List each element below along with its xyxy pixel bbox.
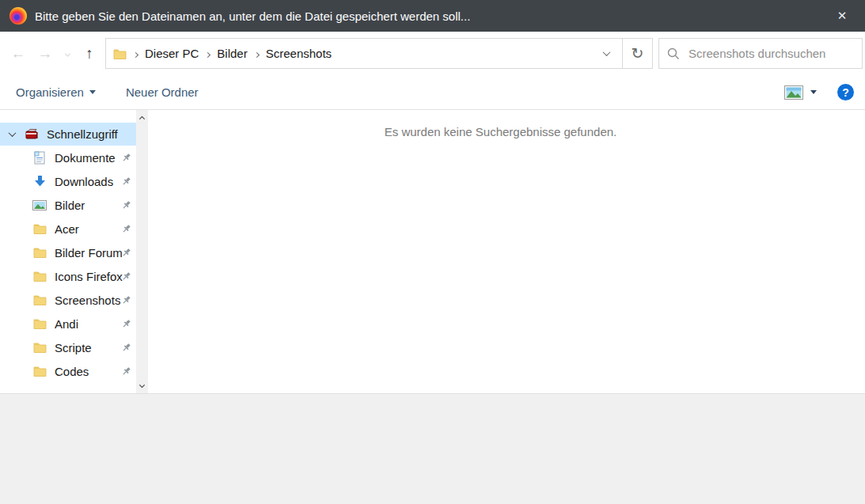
command-bar: Organisieren Neuer Ordner ?: [0, 75, 865, 110]
folder-icon: [32, 342, 47, 353]
folder-icon: [32, 366, 47, 377]
sidebar-item-andi[interactable]: Andi: [0, 312, 136, 335]
folder-icon: [32, 318, 47, 329]
breadcrumb-separator-icon: [248, 49, 266, 59]
scroll-down-icon[interactable]: [136, 381, 148, 393]
sidebar-item-icons-firefox[interactable]: Icons Firefox: [0, 264, 136, 288]
pin-icon: [121, 152, 131, 165]
breadcrumb-item[interactable]: Screenshots: [266, 47, 332, 60]
search-icon: [667, 47, 680, 60]
sidebar-item-screenshots[interactable]: Screenshots: [0, 288, 136, 312]
pictures-icon: [32, 200, 47, 210]
quick-access-label: Schnellzugriff: [47, 127, 136, 141]
address-folder-icon: [113, 48, 127, 59]
search-placeholder: Screenshots durchsuchen: [689, 47, 825, 60]
pin-icon: [121, 223, 131, 237]
back-icon[interactable]: ←: [6, 45, 30, 63]
breadcrumb-separator-icon: [199, 49, 217, 59]
change-view-button[interactable]: [784, 85, 817, 100]
pin-icon: [121, 271, 131, 284]
sidebar-item-downloads[interactable]: Downloads: [0, 169, 136, 193]
address-dropdown-icon[interactable]: [590, 39, 622, 68]
recent-locations-icon[interactable]: [60, 49, 74, 59]
organize-label: Organisieren: [16, 85, 84, 99]
sidebar-item-bilder[interactable]: Bilder: [0, 193, 136, 217]
breadcrumb: Dieser PCBilderScreenshots: [106, 39, 590, 68]
sidebar-item-acer[interactable]: Acer: [0, 217, 136, 241]
sidebar-item-scripte[interactable]: Scripte: [0, 335, 136, 359]
sidebar-item-quick-access[interactable]: Schnellzugriff: [0, 123, 136, 146]
folder-icon: [32, 247, 47, 258]
help-icon[interactable]: ?: [837, 84, 854, 100]
firefox-icon: [9, 7, 27, 25]
forward-icon[interactable]: →: [33, 45, 57, 63]
search-input[interactable]: Screenshots durchsuchen: [658, 38, 863, 69]
new-folder-label: Neuer Ordner: [126, 85, 199, 99]
organize-dropdown-icon: [89, 90, 96, 94]
folder-icon: [32, 271, 47, 282]
sidebar-scrollbar[interactable]: [136, 110, 148, 393]
sidebar-item-bilder-forum[interactable]: Bilder Forum: [0, 241, 136, 264]
up-icon[interactable]: ↑: [78, 45, 101, 63]
pin-icon: [121, 342, 131, 355]
refresh-icon[interactable]: ↻: [622, 39, 652, 68]
expand-chevron-icon[interactable]: [0, 131, 24, 137]
close-icon[interactable]: ✕: [829, 0, 856, 32]
sidebar-item-dokumente[interactable]: Dokumente: [0, 146, 136, 169]
quick-access-icon: [24, 128, 40, 141]
breadcrumb-item[interactable]: Dieser PC: [145, 47, 199, 60]
download-icon: [32, 175, 47, 188]
bottom-panel: Dateiname: BMeTbs2y.htm Dateityp: Alle D…: [0, 393, 865, 504]
breadcrumb-separator-icon: [127, 49, 145, 59]
navigation-bar: ← → ↑ Dieser PCBilderScreenshots ↻ Scree…: [0, 32, 865, 75]
breadcrumb-item[interactable]: Bilder: [217, 47, 247, 60]
folder-icon: [32, 294, 47, 305]
thumbnail-view-icon: [784, 85, 803, 100]
folder-icon: [32, 223, 47, 234]
new-folder-button[interactable]: Neuer Ordner: [126, 85, 199, 99]
pin-icon: [121, 176, 131, 189]
pin-icon: [121, 318, 131, 332]
pin-icon: [121, 199, 131, 213]
titlebar: Bitte geben Sie den Dateinamen an, unter…: [0, 0, 865, 32]
window-title: Bitte geben Sie den Dateinamen an, unter…: [35, 9, 470, 23]
empty-results-message: Es wurden keine Suchergebnisse gefunden.: [136, 110, 865, 138]
view-dropdown-icon: [810, 90, 817, 94]
address-bar[interactable]: Dieser PCBilderScreenshots ↻: [105, 38, 653, 69]
pin-icon: [121, 294, 131, 308]
dialog-body: Schnellzugriff DokumenteDownloadsBilderA…: [0, 110, 865, 393]
pin-icon: [121, 366, 131, 379]
organize-button[interactable]: Organisieren: [16, 85, 96, 99]
navigation-pane: Schnellzugriff DokumenteDownloadsBilderA…: [0, 110, 136, 393]
document-icon: [32, 151, 47, 165]
pin-icon: [121, 247, 131, 260]
sidebar-item-codes[interactable]: Codes: [0, 359, 136, 383]
save-file-dialog: Bitte geben Sie den Dateinamen an, unter…: [0, 0, 865, 504]
